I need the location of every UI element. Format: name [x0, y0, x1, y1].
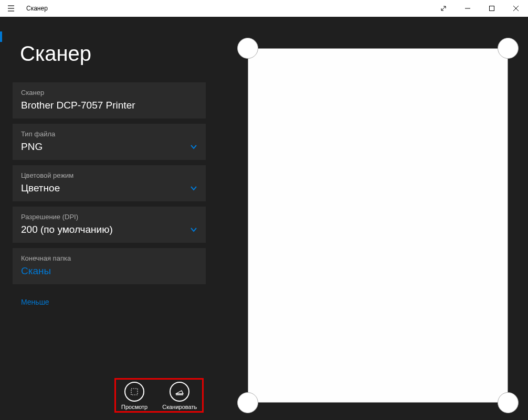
crop-handle-top-right[interactable]	[498, 38, 519, 59]
close-icon	[513, 5, 519, 12]
scan-label: Сканировать	[162, 404, 197, 410]
scanner-value: Brother DCP-7057 Printer	[21, 100, 135, 111]
preview-label: Просмотр	[121, 404, 147, 410]
show-less-link[interactable]: Меньше	[21, 298, 218, 306]
scanner-selector[interactable]: Сканер Brother DCP-7057 Printer	[13, 82, 206, 119]
chevron-down-icon	[190, 143, 197, 150]
filetype-value: PNG	[21, 141, 43, 153]
hamburger-icon	[7, 5, 15, 12]
settings-list: Сканер Brother DCP-7057 Printer Тип файл…	[0, 82, 218, 289]
maximize-button[interactable]	[480, 0, 504, 17]
maximize-icon	[489, 5, 495, 12]
scan-button[interactable]: Сканировать	[162, 382, 197, 410]
page-title: Сканер	[20, 42, 218, 66]
chevron-down-icon	[190, 185, 197, 192]
crop-handle-bottom-left[interactable]	[237, 392, 258, 413]
settings-panel: Сканер Сканер Brother DCP-7057 Printer Т…	[0, 17, 218, 420]
action-row: Просмотр Сканировать	[114, 378, 204, 413]
dpi-value: 200 (по умолчанию)	[21, 224, 113, 235]
active-tab-indicator	[0, 31, 2, 42]
destination-folder[interactable]: Конечная папка Сканы	[13, 248, 206, 284]
scan-icon	[170, 382, 189, 402]
scan-preview-page[interactable]	[248, 48, 508, 403]
window-controls	[431, 0, 528, 17]
fullscreen-button[interactable]	[431, 0, 456, 17]
preview-button[interactable]: Просмотр	[121, 382, 147, 410]
minimize-icon	[464, 5, 471, 12]
titlebar-left: Сканер	[0, 0, 48, 17]
scanner-label: Сканер	[21, 89, 197, 96]
content: Сканер Сканер Brother DCP-7057 Printer Т…	[0, 17, 528, 420]
fullscreen-icon	[440, 5, 447, 12]
dest-value: Сканы	[21, 265, 51, 277]
crop-handle-top-left[interactable]	[237, 38, 258, 59]
titlebar: Сканер	[0, 0, 528, 17]
svg-line-3	[441, 6, 446, 10]
filetype-label: Тип файла	[21, 130, 197, 138]
colormode-selector[interactable]: Цветовой режим Цветное	[13, 165, 206, 201]
hamburger-menu-button[interactable]	[0, 0, 22, 17]
svg-rect-8	[131, 389, 138, 395]
dpi-label: Разрешение (DPI)	[21, 213, 197, 221]
colormode-label: Цветовой режим	[21, 171, 197, 179]
preview-icon	[124, 382, 144, 402]
crop-handle-bottom-right[interactable]	[498, 392, 519, 413]
preview-area	[218, 17, 528, 420]
dpi-selector[interactable]: Разрешение (DPI) 200 (по умолчанию)	[13, 207, 206, 243]
colormode-value: Цветное	[21, 182, 60, 194]
app-title: Сканер	[26, 5, 48, 12]
dest-label: Конечная папка	[21, 254, 197, 262]
minimize-button[interactable]	[456, 0, 480, 17]
svg-rect-5	[490, 6, 494, 11]
chevron-down-icon	[190, 226, 197, 233]
close-button[interactable]	[504, 0, 528, 17]
filetype-selector[interactable]: Тип файла PNG	[13, 124, 206, 160]
